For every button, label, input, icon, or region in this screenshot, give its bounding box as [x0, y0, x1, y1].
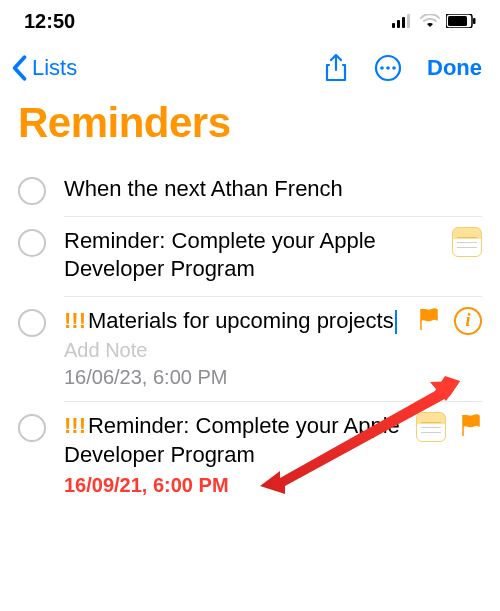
flag-icon[interactable] — [418, 307, 440, 335]
reminder-date[interactable]: 16/09/21, 6:00 PM — [64, 474, 482, 497]
cellular-icon — [392, 10, 414, 33]
reminder-item[interactable]: Reminder: Complete your Apple Developer … — [0, 217, 500, 297]
done-button[interactable]: Done — [427, 55, 482, 81]
text-cursor — [395, 310, 397, 334]
reminder-title[interactable]: Reminder: Complete your Apple Developer … — [64, 227, 438, 284]
flag-icon[interactable] — [460, 413, 482, 441]
reminder-title[interactable]: !!!Reminder: Complete your Apple Develop… — [64, 412, 402, 469]
reminder-title-text[interactable]: Materials for upcoming projects — [88, 308, 394, 333]
info-button[interactable]: i — [454, 307, 482, 335]
add-note-placeholder[interactable]: Add Note — [64, 339, 482, 362]
svg-rect-0 — [392, 23, 395, 28]
ellipsis-circle-icon — [373, 53, 403, 83]
svg-rect-2 — [402, 17, 405, 28]
reminder-title[interactable]: !!!Materials for upcoming projects — [64, 307, 404, 336]
page-title: Reminders — [0, 95, 500, 165]
svg-point-9 — [386, 66, 390, 70]
notes-attachment-icon[interactable] — [452, 227, 482, 257]
complete-radio[interactable] — [18, 177, 46, 205]
priority-indicator: !!! — [64, 308, 86, 333]
reminder-item[interactable]: When the next Athan French — [0, 165, 500, 217]
reminder-item[interactable]: !!!Materials for upcoming projects i Add… — [0, 297, 500, 403]
reminder-title-text[interactable]: Reminder: Complete your Apple Developer … — [64, 413, 400, 467]
svg-rect-1 — [397, 20, 400, 28]
reminder-date[interactable]: 16/06/23, 6:00 PM — [64, 366, 482, 389]
chevron-left-icon — [10, 55, 28, 81]
share-button[interactable] — [323, 53, 349, 83]
reminders-list: When the next Athan French Reminder: Com… — [0, 165, 500, 509]
priority-indicator: !!! — [64, 413, 86, 438]
status-indicators — [392, 10, 476, 33]
svg-rect-3 — [407, 14, 410, 28]
complete-radio[interactable] — [18, 229, 46, 257]
svg-rect-6 — [473, 18, 476, 24]
status-time: 12:50 — [24, 10, 75, 33]
wifi-icon — [420, 10, 440, 33]
nav-bar: Lists Done — [0, 39, 500, 95]
complete-radio[interactable] — [18, 414, 46, 442]
battery-icon — [446, 10, 476, 33]
back-button[interactable]: Lists — [10, 55, 77, 81]
notes-attachment-icon[interactable] — [416, 412, 446, 442]
complete-radio[interactable] — [18, 309, 46, 337]
back-label: Lists — [32, 55, 77, 81]
more-button[interactable] — [373, 53, 403, 83]
reminder-title[interactable]: When the next Athan French — [64, 175, 482, 204]
svg-point-8 — [380, 66, 384, 70]
svg-point-10 — [392, 66, 396, 70]
share-icon — [323, 53, 349, 83]
status-bar: 12:50 — [0, 0, 500, 39]
svg-rect-5 — [448, 16, 467, 26]
reminder-item[interactable]: !!!Reminder: Complete your Apple Develop… — [0, 402, 500, 508]
